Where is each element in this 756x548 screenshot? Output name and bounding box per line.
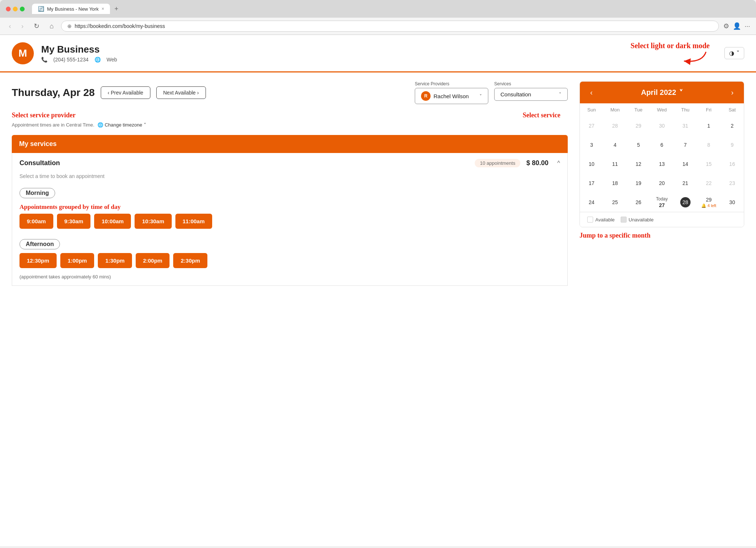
calendar-day[interactable]: 24 xyxy=(580,193,603,212)
calendar-day[interactable]: 11 xyxy=(603,154,627,174)
legend-available: Available xyxy=(587,217,615,223)
time-slot-1230[interactable]: 12:30pm xyxy=(19,253,57,268)
services-dropdown-wrapper: Services Consultation ˅ xyxy=(494,81,568,104)
calendar-day[interactable]: 3 xyxy=(580,135,603,154)
services-label: Services xyxy=(494,81,568,86)
service-toggle-btn[interactable]: ^ xyxy=(557,160,560,167)
calendar-day-selected[interactable]: 28 xyxy=(674,193,697,212)
calendar-day[interactable]: 16 xyxy=(720,154,744,174)
day-header-wed: Wed xyxy=(650,103,674,116)
time-slot-930[interactable]: 9:30am xyxy=(57,214,91,229)
calendar-day[interactable]: 17 xyxy=(580,174,603,193)
calendar-day[interactable]: 5 xyxy=(627,135,650,154)
phone-icon: 📞 xyxy=(41,57,47,63)
back-btn[interactable]: ‹ xyxy=(6,21,14,32)
calendar-day[interactable]: 12 xyxy=(627,154,650,174)
services-value: Consultation xyxy=(500,91,531,97)
nav-bar: ‹ › ↻ ⌂ ⊕ https://bookedin.com/book/my-b… xyxy=(0,18,756,35)
web-link[interactable]: Web xyxy=(107,57,117,63)
day-header-sun: Sun xyxy=(580,103,603,116)
calendar-day[interactable]: 28 xyxy=(603,116,627,135)
home-btn[interactable]: ⌂ xyxy=(47,21,57,32)
theme-icon: ◑ xyxy=(729,50,734,57)
time-slot-230[interactable]: 2:30pm xyxy=(173,253,207,268)
service-badge: 10 appointments xyxy=(475,159,520,167)
service-provider-dropdown-wrapper: Service Providers R Rachel Wilson ˅ xyxy=(415,81,488,104)
brand-contact: 📞 (204) 555-1234 🌐 Web xyxy=(41,57,623,63)
calendar-day[interactable]: 20 xyxy=(650,174,674,193)
prev-available-btn[interactable]: ‹ Prev Available xyxy=(101,86,150,99)
main-layout: Thursday, Apr 28 ‹ Prev Available Next A… xyxy=(0,72,756,295)
minimize-window-btn[interactable] xyxy=(13,7,18,11)
calendar-prev-btn[interactable]: ‹ xyxy=(587,87,596,98)
calendar-day[interactable]: 31 xyxy=(674,116,697,135)
calendar-day[interactable]: 6 xyxy=(650,135,674,154)
tab-close-btn[interactable]: × xyxy=(101,6,104,11)
time-slot-100[interactable]: 1:00pm xyxy=(60,253,94,268)
refresh-btn[interactable]: ↻ xyxy=(31,21,42,32)
calendar-day[interactable]: 21 xyxy=(674,174,697,193)
change-timezone-btn[interactable]: 🌐 Change timezone ˅ xyxy=(97,122,146,128)
service-provider-dropdown[interactable]: R Rachel Wilson ˅ xyxy=(415,88,488,104)
right-panel: ‹ April 2022 ˅ › Sun Mon Tue Wed Thu xyxy=(580,72,756,295)
calendar-day[interactable]: 30 xyxy=(720,193,744,212)
browser-actions: ⚙ 👤 ··· xyxy=(723,22,750,30)
calendar-day[interactable]: 9 xyxy=(720,135,744,154)
calendar-day[interactable]: 14 xyxy=(674,154,697,174)
calendar-next-btn[interactable]: › xyxy=(728,87,737,98)
calendar-day-badge[interactable]: 29 🔔 4 left xyxy=(697,193,721,212)
day-header-sat: Sat xyxy=(720,103,744,116)
calendar-day[interactable]: 8 xyxy=(697,135,721,154)
new-tab-btn[interactable]: + xyxy=(111,5,121,13)
calendar-day-today[interactable]: Today 27 xyxy=(650,193,674,212)
calendar-day[interactable]: 23 xyxy=(720,174,744,193)
calendar-day[interactable]: 25 xyxy=(603,193,627,212)
calendar-day[interactable]: 18 xyxy=(603,174,627,193)
brand-info: My Business 📞 (204) 555-1234 🌐 Web xyxy=(41,44,623,63)
extensions-btn[interactable]: ⚙ xyxy=(723,22,729,30)
legend-unavailable: Unavailable xyxy=(621,217,654,223)
url-bar[interactable]: ⊕ https://bookedin.com/book/my-business xyxy=(61,21,719,32)
next-available-btn[interactable]: Next Available › xyxy=(156,86,206,99)
web-icon: 🌐 xyxy=(94,57,101,63)
calendar-day[interactable]: 4 xyxy=(603,135,627,154)
theme-toggle-btn[interactable]: ◑ ˅ xyxy=(724,47,744,59)
calendar-day[interactable]: 27 xyxy=(580,116,603,135)
calendar-day[interactable]: 13 xyxy=(650,154,674,174)
time-slot-1000[interactable]: 10:00am xyxy=(94,214,131,229)
calendar-day[interactable]: 26 xyxy=(627,193,650,212)
calendar-day[interactable]: 15 xyxy=(697,154,721,174)
calendar-day[interactable]: 2 xyxy=(720,116,744,135)
services-dropdown[interactable]: Consultation ˅ xyxy=(494,88,568,101)
morning-label: Morning xyxy=(19,188,55,198)
annotation-grouped: Appointments grouped by time of day xyxy=(19,203,121,210)
grouped-annotation: Appointments grouped by time of day xyxy=(19,203,560,211)
morning-slots: 9:00am 9:30am 10:00am 10:30am 11:00am xyxy=(19,214,560,229)
app-header: M My Business 📞 (204) 555-1234 🌐 Web Sel… xyxy=(0,35,756,72)
calendar-day[interactable]: 1 xyxy=(697,116,721,135)
browser-tab-active[interactable]: 🔄 My Business - New York × xyxy=(32,4,110,14)
calendar-day[interactable]: 10 xyxy=(580,154,603,174)
calendar-day[interactable]: 7 xyxy=(674,135,697,154)
calendar-day[interactable]: 22 xyxy=(697,174,721,193)
calendar-day[interactable]: 19 xyxy=(627,174,650,193)
menu-btn[interactable]: ··· xyxy=(745,22,750,30)
calendar-day[interactable]: 29 xyxy=(627,116,650,135)
forward-btn[interactable]: › xyxy=(18,21,26,32)
calendar-day[interactable]: 30 xyxy=(650,116,674,135)
dropdown-group: Service Providers R Rachel Wilson ˅ Serv… xyxy=(415,81,568,104)
maximize-window-btn[interactable] xyxy=(20,7,25,11)
provider-dropdown-arrow: ˅ xyxy=(479,93,482,99)
time-slot-130[interactable]: 1:30pm xyxy=(98,253,132,268)
time-slot-1030[interactable]: 10:30am xyxy=(135,214,171,229)
time-slot-1100[interactable]: 11:00am xyxy=(175,214,212,229)
phone-link[interactable]: (204) 555-1234 xyxy=(53,57,89,63)
close-window-btn[interactable] xyxy=(6,7,11,11)
time-slot-200[interactable]: 2:00pm xyxy=(136,253,170,268)
afternoon-label: Afternoon xyxy=(19,239,60,249)
legend-available-label: Available xyxy=(595,217,615,223)
profile-btn[interactable]: 👤 xyxy=(733,22,741,30)
time-slot-900[interactable]: 9:00am xyxy=(19,214,53,229)
timezone-change-label: Change timezone xyxy=(105,122,142,128)
calendar-month-title[interactable]: April 2022 ˅ xyxy=(641,88,683,97)
